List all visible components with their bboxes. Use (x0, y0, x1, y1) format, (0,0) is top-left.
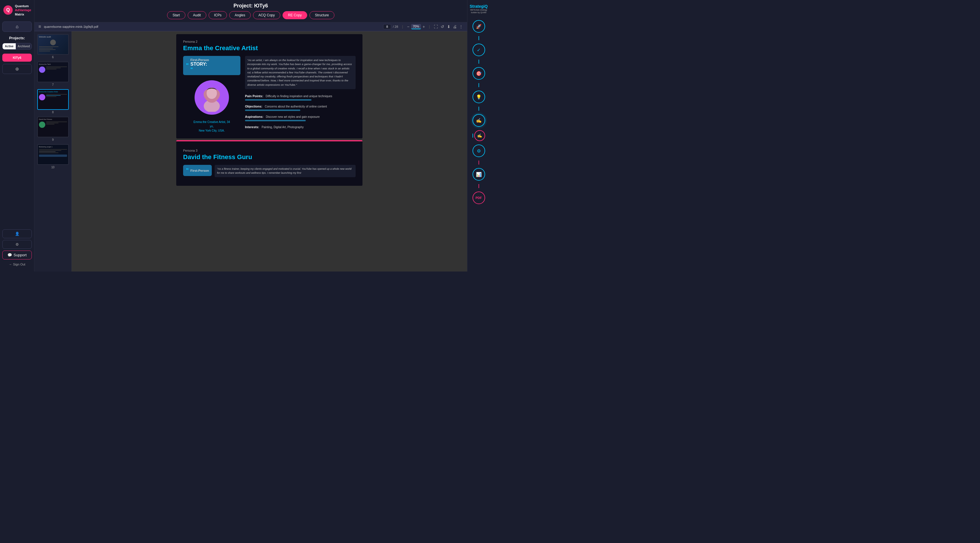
persona-3-name: David the Fitness Guru (183, 153, 356, 161)
persona-3-story-text: "As a fitness trainer, keeping my client… (215, 165, 356, 177)
settings-button[interactable]: ⚙ (2, 240, 32, 249)
story-badge: " First-Person STORY: " (183, 56, 240, 75)
aspirations-bar (245, 120, 306, 121)
pdf-zoom-level: 70% (411, 24, 421, 29)
pdf-main-view: Persona 2 Emma the Creative Artist " Fir… (72, 31, 467, 272)
tab-angles[interactable]: Angles (229, 11, 251, 19)
persona-2-label: Persona 2 (183, 40, 356, 43)
target-icon: 🎯 (476, 71, 482, 76)
connector-5 (479, 161, 479, 164)
support-icon: 💬 (8, 253, 12, 257)
avatar-svg (197, 83, 226, 112)
check-icon: ✓ (477, 47, 480, 53)
rocket-button[interactable]: 🚀 (473, 20, 485, 33)
thumbnail-6[interactable]: Website audit 6 (37, 34, 69, 59)
left-sidebar: Q Quantum AdVantage Matrix ⌂ Projects: A… (0, 0, 34, 272)
right-logo-sub: META Ads strategy builder by QUAM (469, 9, 488, 14)
right-logo: StrategiQ META Ads strategy builder by Q… (469, 4, 488, 14)
persona-3-label: Persona 3 (183, 149, 356, 152)
gear-button[interactable]: ⚙ (473, 145, 485, 157)
support-button[interactable]: 💬 Support (2, 250, 32, 260)
print-button[interactable]: 🖨 (453, 24, 457, 29)
connector-6 (479, 184, 479, 188)
pain-points-label: Pain Points: (245, 94, 263, 98)
persona-2-card: Persona 2 Emma the Creative Artist " Fir… (176, 34, 363, 139)
download-button[interactable]: ⬇ (447, 24, 450, 29)
add-icon: ⊕ (15, 66, 19, 72)
user-button[interactable]: 👤 (2, 229, 32, 238)
more-options-button[interactable]: ⋮ (459, 24, 463, 29)
thumbnail-num-7: 7 (52, 83, 54, 86)
divider-bar (176, 140, 363, 141)
active-tab[interactable]: Active (3, 43, 16, 49)
persona-2-name: Emma the Creative Artist (183, 45, 356, 52)
interests-row: Interests: Painting, Digital Art, Photog… (245, 124, 356, 129)
pdf-zoom-controls: − 70% + (407, 24, 425, 29)
thumbnail-img-6: Website audit (37, 34, 69, 55)
persona-3-quote-icon: " (186, 167, 189, 174)
interests-value: Painting, Digital Art, Photography (262, 126, 304, 129)
archived-tab[interactable]: Archived (16, 43, 32, 49)
target-button[interactable]: 🎯 (473, 67, 485, 80)
thumbnail-9[interactable]: David the Fitness (37, 117, 69, 141)
thumbnail-7[interactable]: Emma the Tech (37, 62, 69, 86)
add-project-button[interactable]: ⊕ (2, 64, 32, 74)
sign-out-button[interactable]: → Sign Out (2, 261, 32, 268)
projects-label: Projects: (9, 36, 25, 40)
top-nav: Project: ЮТу6 Start Audit ICPs Angles AC… (34, 0, 467, 22)
check-button[interactable]: ✓ (473, 44, 485, 56)
logo-text: Quantum AdVantage Matrix (15, 4, 31, 16)
pdf-icon: PDF (476, 196, 482, 199)
logo-area: Q Quantum AdVantage Matrix (3, 4, 31, 16)
pdf-content[interactable]: Persona 2 Emma the Creative Artist " Fir… (72, 31, 467, 272)
idea-button[interactable]: 💡 (473, 91, 485, 103)
write-icon: ✍ (476, 118, 482, 123)
tab-structure[interactable]: Structure (309, 11, 334, 19)
project-item-юту6[interactable]: ЮТу6 (2, 54, 32, 62)
chart-button[interactable]: 📊 (473, 168, 485, 181)
sign-out-icon: → (9, 263, 12, 266)
connector-2 (479, 60, 479, 64)
objections-row: Objections: Concerns about the authentic… (245, 104, 356, 111)
pdf-menu-icon[interactable]: ≡ (38, 24, 41, 29)
pdf-button[interactable]: PDF (473, 191, 485, 204)
tab-icps[interactable]: ICPs (208, 11, 227, 19)
persona-2-right: "As an artist, I am always on the lookou… (245, 56, 356, 133)
aspirations-row: Aspirations: Discover new art styles and… (245, 114, 356, 121)
pain-points-value: Difficulty in finding inspiration and un… (266, 95, 332, 98)
viewer-area: ≡ quarrelsome-sapphire-mink-1tg9q9.pdf /… (34, 22, 467, 272)
persona-3-page: Persona 3 David the Fitness Guru " First… (176, 140, 363, 186)
thumbnail-10[interactable]: Marketing angle 1 10 (37, 144, 69, 169)
persona-2-avatar (194, 80, 229, 115)
thumbnail-8[interactable]: Emma the Creative Artist (37, 89, 69, 114)
home-icon: ⌂ (16, 24, 19, 29)
tab-acq-copy[interactable]: ACQ Copy (253, 11, 280, 19)
interests-label: Interests: (245, 125, 259, 129)
user-icon: 👤 (15, 232, 19, 236)
thumbnail-img-8: Emma the Creative Artist (37, 89, 69, 110)
rotate-button[interactable]: ↺ (441, 24, 444, 29)
rocket-icon: 🚀 (476, 24, 482, 29)
copy-icon: ✍ (477, 133, 482, 138)
settings-icon: ⚙ (16, 242, 19, 247)
tab-audit[interactable]: Audit (188, 11, 206, 19)
right-sidebar: StrategiQ META Ads strategy builder by Q… (467, 0, 490, 272)
thumbnail-num-10: 10 (51, 166, 54, 169)
thumbnail-num-8: 8 (52, 111, 54, 114)
zoom-out-button[interactable]: − (407, 24, 409, 29)
tab-start[interactable]: Start (167, 11, 185, 19)
persona-2-body: " First-Person STORY: " (183, 56, 356, 133)
objections-value: Concerns about the authenticity of onlin… (265, 105, 327, 108)
zoom-in-button[interactable]: + (423, 24, 425, 29)
pain-points-row: Pain Points: Difficulty in finding inspi… (245, 93, 356, 100)
fit-page-button[interactable]: ⛶ (434, 24, 438, 29)
nav-tabs: Start Audit ICPs Angles ACQ Copy RE Copy… (167, 11, 334, 19)
chart-icon: 📊 (476, 172, 482, 177)
pain-points-bar (245, 99, 312, 100)
write-copy-button[interactable]: ✍ (474, 130, 485, 141)
write-button[interactable]: ✍ (473, 114, 485, 127)
home-button[interactable]: ⌂ (2, 22, 32, 32)
thumbnail-img-9: David the Fitness (37, 117, 69, 137)
pdf-page-input[interactable] (383, 24, 391, 29)
tab-re-copy[interactable]: RE Copy (283, 11, 307, 19)
